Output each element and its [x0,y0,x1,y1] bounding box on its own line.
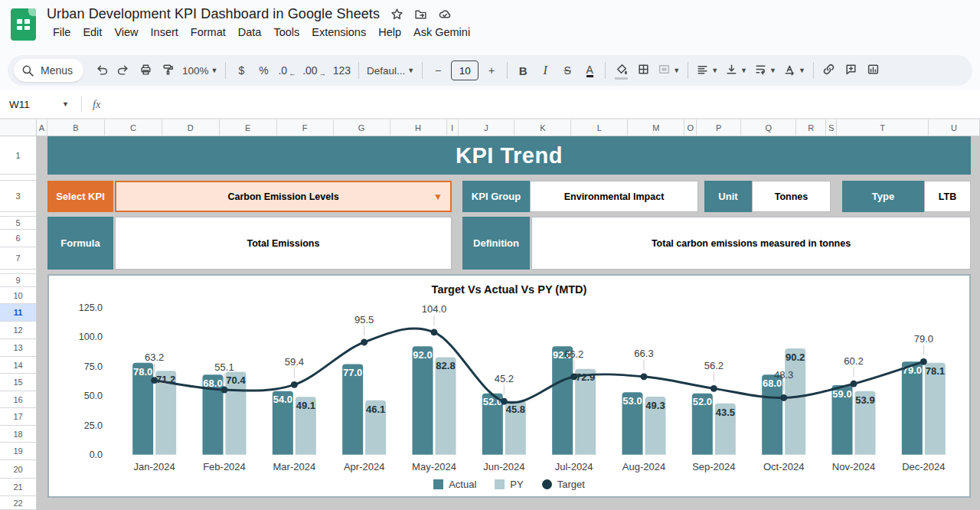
text-rotation-button[interactable]: ▼ [780,60,808,81]
merge-cells-button[interactable]: ▼ [655,60,683,81]
decrease-decimal-button[interactable]: .0← [275,60,299,81]
menu-item-insert[interactable]: Insert [145,24,185,41]
row-header-13[interactable]: 13 [0,339,37,357]
row-header-2[interactable] [0,175,37,181]
column-header-L[interactable]: L [571,119,628,136]
row-header-12[interactable]: 12 [0,322,37,339]
menus-search[interactable]: Menus [14,59,83,82]
print-button[interactable] [135,60,156,81]
vertical-align-button[interactable]: ▼ [722,60,750,81]
menu-item-help[interactable]: Help [372,24,407,41]
sheets-logo-icon[interactable] [11,8,36,41]
strikethrough-button[interactable]: S [557,60,578,81]
insert-chart-button[interactable] [863,60,884,81]
move-folder-icon[interactable] [414,8,427,21]
row-header-21[interactable]: 21 [0,479,37,496]
column-header-G[interactable]: G [334,119,390,136]
column-header-K[interactable]: K [514,119,571,136]
column-header-B[interactable]: B [47,119,105,136]
column-header-Q[interactable]: Q [741,119,796,136]
column-header-C[interactable]: C [105,119,162,136]
column-header-M[interactable]: M [628,119,684,136]
menu-item-edit[interactable]: Edit [77,24,108,41]
text-wrap-button[interactable]: ▼ [751,60,779,81]
row-header-7[interactable]: 7 [0,247,37,270]
row-header-20[interactable]: 20 [0,460,37,479]
decrease-font-size-button[interactable]: − [427,60,449,81]
row-header-14[interactable]: 14 [0,357,37,374]
kpi-trend-chart-card[interactable]: Target Vs Actual Vs PY (MTD) 0.025.050.0… [47,274,971,498]
row-header-16[interactable]: 16 [0,391,37,408]
italic-button[interactable]: I [534,60,556,81]
more-formats-button-glyph: 123 [333,64,351,77]
merge-cells-icon [658,63,671,78]
format-currency-button[interactable]: $ [230,60,252,81]
kpi-trend-banner: KPI Trend [47,136,971,175]
column-header-E[interactable]: E [220,119,277,136]
cloud-status-icon[interactable] [438,8,451,21]
column-header-P[interactable]: P [697,119,741,136]
row-header-3[interactable]: 3 [0,181,37,212]
row-header-19[interactable]: 19 [0,443,37,460]
column-header-S[interactable]: S [826,119,837,136]
row-header-5[interactable]: 5 [0,217,37,230]
x-axis-label-Jan-2024: Jan-2024 [134,461,175,472]
increase-decimal-button[interactable]: .00→ [299,60,328,81]
column-header-R[interactable]: R [796,119,826,136]
menu-item-file[interactable]: File [47,24,77,41]
row-header-6[interactable]: 6 [0,230,37,247]
row-header-22[interactable]: 22 [0,496,37,510]
select-all-corner[interactable] [0,119,37,136]
bold-button[interactable]: B [512,60,534,81]
more-formats-button[interactable]: 123 [330,60,354,81]
cell-name-box[interactable]: W11 ▼ [9,99,74,110]
menu-item-format[interactable]: Format [185,24,232,41]
chart-legend: ActualPYTarget [433,479,585,496]
format-percent-button[interactable]: % [253,60,274,81]
column-header-T[interactable]: T [837,119,929,136]
increase-decimal-button-glyph: .00 [302,64,317,77]
toolbar-divider [422,62,423,79]
bar-py-Oct-2024 [785,348,805,455]
row-header-10[interactable]: 10 [0,287,37,304]
undo-button[interactable] [90,60,112,81]
insert-comment-button[interactable] [841,60,862,81]
font-select[interactable]: Defaul...▼ [364,60,417,81]
redo-button[interactable] [113,60,134,81]
row-header-11[interactable]: 11 [0,304,37,322]
horizontal-align-button[interactable]: ▼ [693,60,721,81]
insert-link-button[interactable] [818,60,840,81]
menu-item-extensions[interactable]: Extensions [305,24,372,41]
kpi-select-dropdown[interactable]: Carbon Emission Levels ▼ [115,181,452,212]
chevron-down-icon: ▼ [740,67,747,74]
column-header-O[interactable]: O [684,119,697,136]
label-actual-Jan-2024: 78.0 [133,366,152,378]
font-size-input[interactable]: 10 [451,60,479,80]
column-header-A[interactable]: A [37,119,47,136]
fill-color-button[interactable] [610,60,632,81]
zoom-select[interactable]: 100%▼ [179,60,220,81]
increase-font-size-button[interactable]: + [481,60,502,81]
star-icon[interactable] [390,8,403,21]
column-header-F[interactable]: F [277,119,334,136]
text-color-button[interactable]: A [579,60,600,81]
column-header-D[interactable]: D [162,119,220,136]
row-header-18[interactable]: 18 [0,426,37,443]
column-header-H[interactable]: H [390,119,447,136]
row-header-15[interactable]: 15 [0,374,37,391]
column-header-I[interactable]: I [447,119,459,136]
borders-button[interactable] [632,60,654,81]
row-header-9[interactable]: 9 [0,274,37,287]
menu-item-tools[interactable]: Tools [267,24,305,41]
document-title[interactable]: Urban Development KPI Dashboard in Googl… [47,6,380,22]
column-header-J[interactable]: J [459,119,515,136]
menu-item-ask-gemini[interactable]: Ask Gemini [407,24,476,41]
menu-item-view[interactable]: View [108,24,144,41]
legend-swatch-target [542,479,552,489]
menu-item-data[interactable]: Data [232,24,268,41]
column-header-U[interactable]: U [929,119,980,136]
dropdown-caret-icon[interactable]: ▼ [433,191,443,202]
row-header-1[interactable]: 1 [0,136,37,175]
row-header-17[interactable]: 17 [0,408,37,426]
paint-format-button[interactable] [157,60,178,81]
